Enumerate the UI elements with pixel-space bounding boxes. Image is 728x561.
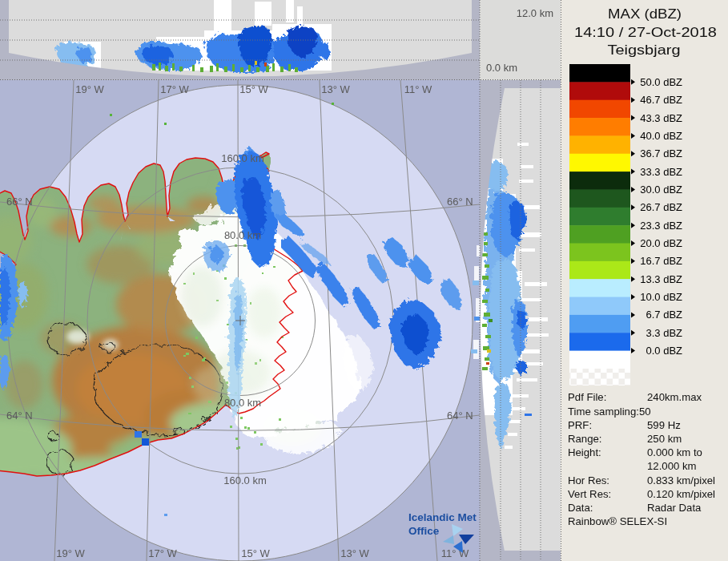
svg-text:Hor Res:: Hor Res: <box>568 474 609 486</box>
svg-text:26.7 dBZ: 26.7 dBZ <box>640 201 682 213</box>
svg-text:64° N: 64° N <box>6 410 33 422</box>
svg-text:160.0 km: 160.0 km <box>223 474 266 486</box>
svg-text:3.3 dBZ: 3.3 dBZ <box>646 327 682 339</box>
svg-text:50.0 dBZ: 50.0 dBZ <box>640 76 682 88</box>
svg-text:Pdf File:: Pdf File: <box>568 391 606 403</box>
svg-text:Teigsbjarg: Teigsbjarg <box>608 42 681 57</box>
svg-text:250 km: 250 km <box>647 433 682 445</box>
svg-text:12.0 km: 12.0 km <box>517 7 553 19</box>
svg-text:0.833 km/pixel: 0.833 km/pixel <box>647 474 715 486</box>
svg-text:15° W: 15° W <box>241 547 270 559</box>
svg-text:80.0 km: 80.0 km <box>224 229 261 241</box>
svg-text:599 Hz: 599 Hz <box>647 419 681 431</box>
svg-text:36.7 dBZ: 36.7 dBZ <box>640 147 682 159</box>
svg-text:Radar Data: Radar Data <box>647 502 702 514</box>
svg-text:80.0 km: 80.0 km <box>224 397 261 409</box>
svg-text:Height:: Height: <box>568 446 601 458</box>
svg-text:23.3 dBZ: 23.3 dBZ <box>640 220 682 232</box>
svg-text:20.0 dBZ: 20.0 dBZ <box>640 237 682 249</box>
svg-text:30.0 dBZ: 30.0 dBZ <box>640 184 682 196</box>
svg-text:14:10 / 27-Oct-2018: 14:10 / 27-Oct-2018 <box>574 25 717 39</box>
svg-text:19° W: 19° W <box>56 547 85 559</box>
svg-text:Icelandic Met: Icelandic Met <box>408 511 477 523</box>
svg-text:33.3 dBZ: 33.3 dBZ <box>640 166 682 178</box>
svg-text:13° W: 13° W <box>340 547 369 559</box>
svg-text:Vert Res:: Vert Res: <box>568 488 611 500</box>
svg-text:12.000 km: 12.000 km <box>647 460 697 472</box>
svg-text:0.120 km/pixel: 0.120 km/pixel <box>647 488 715 500</box>
svg-text:0.000 km to: 0.000 km to <box>647 446 702 458</box>
svg-text:15° W: 15° W <box>239 83 268 95</box>
svg-text:13° W: 13° W <box>321 83 350 95</box>
svg-text:MAX (dBZ): MAX (dBZ) <box>608 6 682 21</box>
svg-text:66° N: 66° N <box>447 196 473 208</box>
svg-text:43.3 dBZ: 43.3 dBZ <box>640 112 682 124</box>
svg-text:PRF:: PRF: <box>568 419 592 431</box>
svg-text:11° W: 11° W <box>441 547 469 559</box>
svg-text:16.7 dBZ: 16.7 dBZ <box>640 255 682 267</box>
svg-text:13.3 dBZ: 13.3 dBZ <box>640 273 682 285</box>
svg-text:17° W: 17° W <box>160 83 189 95</box>
svg-text:11° W: 11° W <box>404 83 432 95</box>
svg-text:0.0 km: 0.0 km <box>486 62 517 74</box>
svg-text:66° N: 66° N <box>6 196 33 208</box>
svg-text:Range:: Range: <box>568 433 602 445</box>
svg-text:Data:: Data: <box>568 502 593 514</box>
svg-text:160.0 km: 160.0 km <box>221 152 263 164</box>
svg-text:10.0 dBZ: 10.0 dBZ <box>640 291 682 303</box>
svg-text:6.7 dBZ: 6.7 dBZ <box>646 309 682 321</box>
svg-text:19° W: 19° W <box>75 83 104 95</box>
svg-text:17° W: 17° W <box>148 547 177 559</box>
svg-text:Office: Office <box>408 525 440 537</box>
svg-text:46.7 dBZ: 46.7 dBZ <box>640 94 682 106</box>
svg-text:40.0 dBZ: 40.0 dBZ <box>640 130 682 142</box>
svg-text:Rainbow® SELEX-SI: Rainbow® SELEX-SI <box>568 515 667 527</box>
svg-text:64° N: 64° N <box>447 410 473 422</box>
svg-text:0.0 dBZ: 0.0 dBZ <box>646 345 682 357</box>
svg-text:Time sampling:50: Time sampling:50 <box>568 406 651 418</box>
svg-text:240km.max: 240km.max <box>647 391 702 403</box>
